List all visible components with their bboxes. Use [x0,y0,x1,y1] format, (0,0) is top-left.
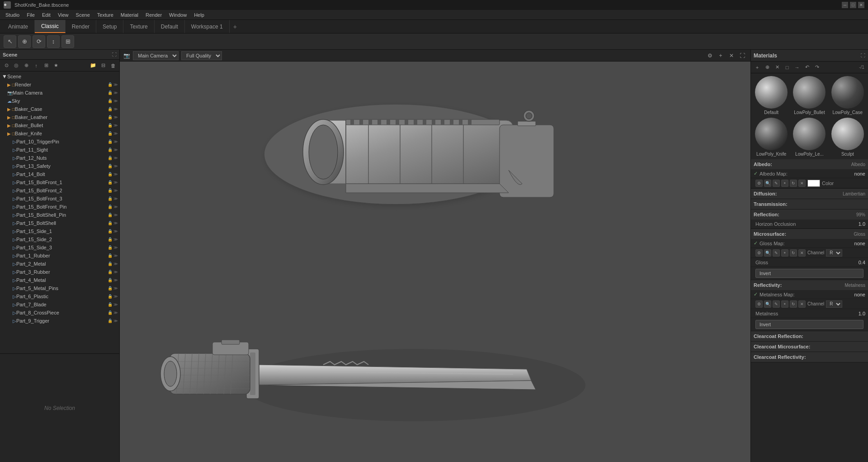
tree-item[interactable]: ▷ Part_4_Metal🔒≫ [0,276,119,284]
menu-item-texture[interactable]: Texture [94,11,117,19]
prop-icon-search2[interactable]: 🔍 [764,300,771,308]
viewport-settings-button[interactable]: ⚙ [705,51,714,60]
prop-icon-clear2[interactable]: ⚬ [781,300,788,308]
material-item-lowpolyknife[interactable]: LowPoly_Knife [753,117,790,157]
close-button[interactable]: ✕ [858,2,864,8]
tree-item[interactable]: ▷ Part_15_Side_1🔒≫ [0,227,119,235]
mode-tab-default[interactable]: Default [155,20,185,33]
prop-icon-search2[interactable]: 🔍 [764,249,771,257]
prop-checkbox[interactable]: ✓ [754,240,758,246]
channel-select[interactable]: RGBA [826,300,842,308]
material-item-lowpolybullet[interactable]: LowPoly_Bullet [791,75,828,116]
scene-tool-4[interactable]: ↑ [32,61,41,70]
prop-icon-refresh2[interactable]: ↻ [790,249,797,257]
prop-icon-clear[interactable]: ⚬ [781,180,788,187]
tree-item[interactable]: ▷ Part_3_Rubber🔒≫ [0,268,119,276]
menu-item-material[interactable]: Material [117,11,142,19]
prop-section-header[interactable]: Microsurface:Gloss [751,229,868,239]
tree-item[interactable]: ▷ Part_8_CrossPiece🔒≫ [0,309,119,317]
tree-item[interactable]: ▶ □ Baker_Knife🔒≫ [0,129,119,138]
prop-checkbox[interactable]: ✓ [754,291,758,297]
menu-item-render[interactable]: Render [142,11,165,19]
invert-button[interactable]: Invert [755,269,863,278]
scene-3d[interactable] [120,62,750,462]
tree-item[interactable]: ▶ □ Baker_Bullet🔒≫ [0,121,119,129]
mat-undo-button[interactable]: ↶ [802,63,811,72]
mat-dup-button[interactable]: □ [783,63,792,72]
mode-tab-setup[interactable]: Setup [96,20,123,33]
scene-expand-icon[interactable]: ⛶ [112,52,117,57]
tree-item[interactable]: ▷ Part_11_Sight🔒≫ [0,146,119,154]
camera-select[interactable]: Main Camera Perspective Top Front Right [133,51,179,60]
tree-item[interactable]: ▷ Part_15_Side_3🔒≫ [0,243,119,252]
viewport-close-button[interactable]: ✕ [727,51,736,60]
mat-assign-button[interactable]: → [793,63,802,72]
menu-item-file[interactable]: File [23,11,38,19]
menu-item-edit[interactable]: Edit [38,11,54,19]
tree-item[interactable]: ▷ Part_15_BoltShell🔒≫ [0,219,119,227]
maximize-button[interactable]: □ [850,2,856,8]
tree-item[interactable]: ▷ Part_14_Bolt🔒≫ [0,170,119,178]
prop-icon-refresh2[interactable]: ↻ [790,300,797,308]
material-item-lowpolyle[interactable]: LowPoly_Le... [791,117,828,157]
tree-item[interactable]: ▶ □ Baker_Case🔒≫ [0,105,119,113]
tree-item[interactable]: ▷ Part_13_Safety🔒≫ [0,162,119,170]
viewport-add-button[interactable]: + [716,51,725,60]
tree-item[interactable]: ▷ Part_15_BoltFront_Pin🔒≫ [0,203,119,211]
mode-tab-render[interactable]: Render [66,20,96,33]
prop-icon-edit2[interactable]: ✎ [773,300,780,308]
scene-tool-1[interactable]: ⊙ [2,61,11,70]
tree-item[interactable]: ▷ Part_15_BoltFront_3🔒≫ [0,195,119,203]
tree-item[interactable]: ▷ Part_5_Metal_Pins🔒≫ [0,284,119,292]
mode-tab-texture[interactable]: Texture [123,20,154,33]
tree-item[interactable]: ▷ Part_10_TriggerPin🔒≫ [0,138,119,146]
prop-color-swatch[interactable] [807,180,820,187]
channel-select[interactable]: RGBA [826,249,842,257]
prop-section-header[interactable]: Diffusion:Lambertian [751,189,868,199]
prop-icon-close2[interactable]: ✕ [798,300,806,308]
prop-icon-edit[interactable]: ✎ [773,180,780,187]
tree-item[interactable]: ▷ Part_15_Side_2🔒≫ [0,235,119,243]
prop-icon-close[interactable]: ✕ [798,180,806,187]
scene-tool-2[interactable]: ◎ [12,61,21,70]
viewport[interactable]: 📷 Main Camera Perspective Top Front Righ… [120,50,750,462]
rotate-tool-button[interactable]: ⟳ [33,35,45,48]
prop-icon-clear2[interactable]: ⚬ [781,249,788,257]
tree-item[interactable]: ▷ Part_6_Plastic🔒≫ [0,292,119,300]
tree-item[interactable]: ☁ Sky🔒≫ [0,97,119,105]
tree-item[interactable]: ▷ Part_15_BoltFront_1🔒≫ [0,178,119,186]
prop-icon-settings2[interactable]: ⚙ [755,300,763,308]
prop-section-header[interactable]: Reflection:99% [751,210,868,219]
prop-icon-settings[interactable]: ⚙ [755,180,763,187]
mat-remove-button[interactable]: ✕ [773,63,782,72]
mode-tab-animate[interactable]: Animate [2,20,35,33]
tree-item[interactable]: ▷ Part_9_Trigger🔒≫ [0,317,119,325]
prop-section-header[interactable]: Albedo:Albedo [751,159,868,169]
tree-item[interactable]: ▷ Part_15_BoltFront_2🔒≫ [0,186,119,195]
tree-item[interactable]: ▼ Scene [0,72,119,81]
menu-item-window[interactable]: Window [165,11,190,19]
move-tool-button[interactable]: ⊕ [18,35,31,48]
prop-icon-search[interactable]: 🔍 [764,180,771,187]
tree-item[interactable]: ▷ Part_12_Nuts🔒≫ [0,154,119,162]
mode-tab-workspace-1[interactable]: Workspace 1 [185,20,230,33]
scene-grid-button[interactable]: ⊟ [99,61,108,70]
mat-import-button[interactable]: ⊕ [763,63,772,72]
select-tool-button[interactable]: ↖ [4,35,16,48]
mode-tab-add[interactable]: + [230,21,241,32]
mat-redo-button[interactable]: ↷ [812,63,821,72]
scene-delete-button[interactable]: 🗑 [108,61,118,70]
material-item-lowpolycase[interactable]: LowPoly_Case [829,75,866,116]
tree-item[interactable]: ▶ □ Render🔒≫ [0,81,119,89]
prop-section-header[interactable]: Clearcoat Reflection: [751,331,868,341]
scene-tool-6[interactable]: ★ [52,61,61,70]
quality-select[interactable]: Full Quality Draft Preview [181,51,222,60]
menu-item-studio[interactable]: Studio [2,11,23,19]
scale-tool-button[interactable]: ↕ [47,35,60,48]
materials-expand[interactable]: ⛶ [861,53,865,58]
material-item-sculpt[interactable]: Sculpt [829,117,866,157]
tree-item[interactable]: ▶ □ Baker_Leather🔒≫ [0,113,119,121]
tree-item[interactable]: ▷ Part_2_Metal🔒≫ [0,260,119,268]
minimize-button[interactable]: ─ [842,2,848,8]
tree-item[interactable]: ▷ Part_15_BoltShell_Pin🔒≫ [0,211,119,219]
